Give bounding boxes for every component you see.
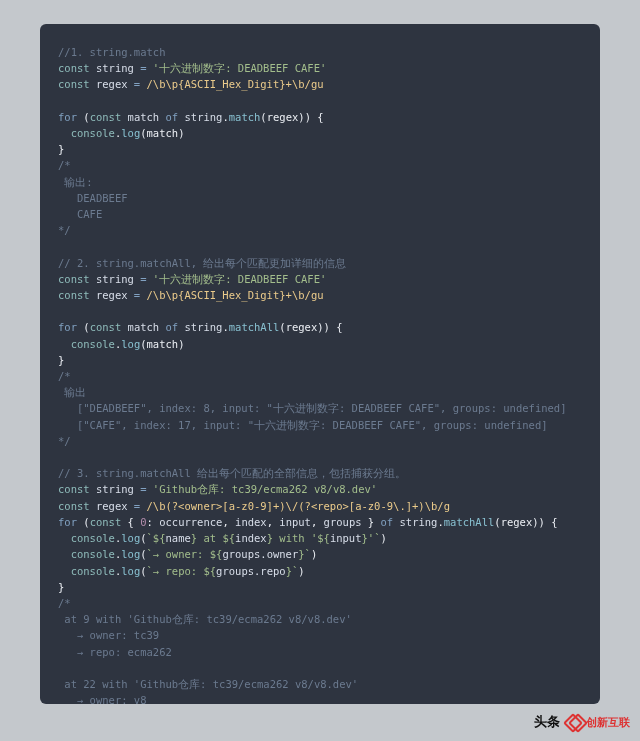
comment: // 3. string.matchAll 给出每个匹配的全部信息，包括捕获分组… xyxy=(58,467,406,479)
footer-source: 头条 xyxy=(534,713,560,731)
brand-logo-text: 创新互联 xyxy=(586,715,630,730)
var: string xyxy=(96,62,134,74)
brand-logo: 创新互联 xyxy=(566,713,630,731)
kw-for: for xyxy=(58,111,77,123)
string-literal: '十六进制数字: DEADBEEF CAFE' xyxy=(153,62,326,74)
comment: // 2. string.matchAll, 给出每个匹配更加详细的信息 xyxy=(58,257,346,269)
code-block: //1. string.match const string = '十六进制数字… xyxy=(58,44,582,704)
kw-const: const xyxy=(58,62,90,74)
footer: 头条 创新互联 xyxy=(0,711,640,733)
comment: //1. string.match xyxy=(58,46,165,58)
fn-match: match xyxy=(229,111,261,123)
brand-logo-icon xyxy=(566,713,584,731)
fn-matchall: matchAll xyxy=(229,321,280,333)
code-card: //1. string.match const string = '十六进制数字… xyxy=(40,24,600,704)
regex-literal: /\b\p{ASCII_Hex_Digit}+\b/gu xyxy=(147,78,324,90)
comment: /* xyxy=(58,159,71,171)
